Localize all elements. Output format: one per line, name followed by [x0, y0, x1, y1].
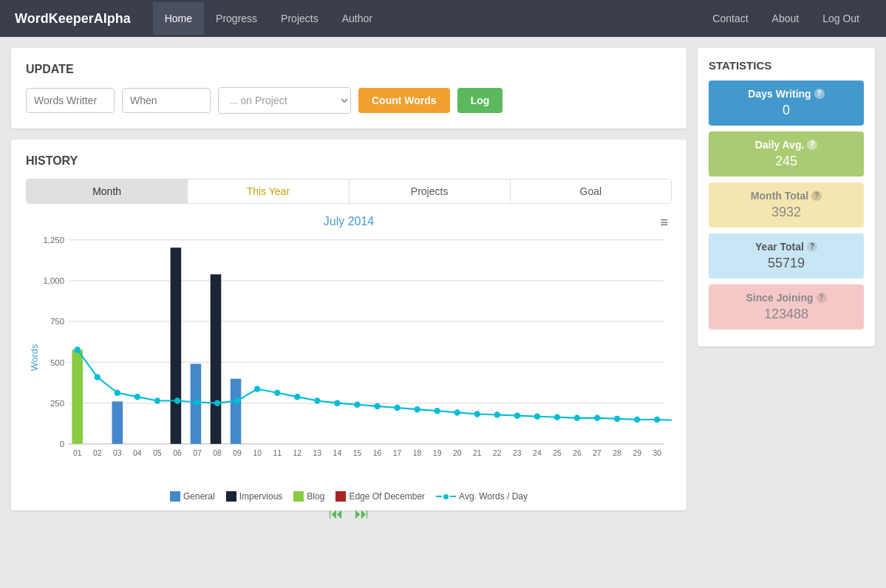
svg-text:21: 21 [473, 448, 482, 457]
svg-text:06: 06 [173, 448, 182, 457]
nav-projects[interactable]: Projects [269, 2, 330, 35]
main-content: UPDATE ... on Project Count Words Log HI… [0, 37, 886, 522]
svg-text:750: 750 [50, 317, 64, 326]
legend-avg: Avg. Words / Day [436, 491, 528, 502]
chart-menu-icon[interactable]: ≡ [660, 215, 668, 230]
history-tabs: Month This Year Projects Goal [26, 179, 672, 204]
stat-daily-value: 245 [720, 154, 853, 169]
statistics-panel: STATISTICS Days Writing ? 0 Daily Avg. ?… [698, 48, 875, 346]
statistics-title: STATISTICS [709, 59, 864, 72]
chart-next-button[interactable]: ⏭ [355, 505, 369, 522]
avg-dot-26 [574, 415, 580, 422]
tab-goal[interactable]: Goal [511, 180, 671, 203]
navbar: WordKeeperAlpha Home Progress Projects A… [0, 0, 886, 37]
update-panel: UPDATE ... on Project Count Words Log [11, 48, 686, 129]
year-total-help[interactable]: ? [807, 242, 817, 252]
svg-text:17: 17 [393, 448, 402, 457]
history-panel: HISTORY Month This Year Projects Goal Ju… [11, 140, 686, 510]
avg-dot-22 [494, 411, 500, 418]
bar-12-general [231, 379, 242, 444]
log-button[interactable]: Log [457, 88, 503, 113]
stat-days-value: 0 [720, 103, 853, 118]
avg-dot-10 [254, 386, 260, 392]
legend-impervious-color [226, 491, 236, 502]
avg-dot-12 [294, 394, 300, 400]
legend-general: General [170, 491, 215, 502]
stat-days-label: Days Writing ? [720, 88, 853, 100]
svg-text:24: 24 [533, 448, 542, 457]
svg-text:05: 05 [153, 448, 162, 457]
count-words-button[interactable]: Count Words [358, 88, 450, 113]
avg-dot-23 [514, 412, 520, 419]
avg-dot-15 [354, 402, 360, 408]
avg-dot-14 [334, 400, 340, 406]
nav-right: Contact About Log Out [701, 2, 871, 35]
legend-edge-label: Edge Of December [349, 491, 425, 502]
avg-dot-24 [534, 413, 540, 420]
stat-month-total: Month Total ? 3932 [709, 182, 864, 228]
svg-text:07: 07 [193, 448, 202, 457]
nav-about[interactable]: About [760, 2, 811, 35]
avg-dot-17 [394, 405, 400, 411]
stat-joining-label: Since Joining ? [720, 292, 853, 304]
legend-blog-label: Blog [307, 491, 324, 502]
svg-text:0: 0 [60, 440, 64, 448]
stat-daily-label: Daily Avg. ? [720, 139, 853, 151]
avg-dot-07 [194, 399, 200, 406]
legend-blog: Blog [293, 491, 324, 502]
nav-contact[interactable]: Contact [701, 2, 760, 35]
update-title: UPDATE [26, 63, 672, 76]
avg-dot-05 [154, 397, 160, 404]
avg-dot-16 [374, 403, 380, 410]
legend-avg-icon [436, 494, 456, 499]
svg-text:10: 10 [253, 448, 262, 457]
avg-dot-08 [214, 400, 220, 406]
tab-this-year[interactable]: This Year [188, 180, 349, 203]
nav-author[interactable]: Author [330, 2, 384, 35]
legend-avg-label: Avg. Words / Day [459, 491, 528, 502]
tab-projects[interactable]: Projects [350, 180, 511, 203]
nav-links: Home Progress Projects Author [153, 2, 384, 35]
svg-text:250: 250 [50, 399, 64, 408]
stat-days-writing: Days Writing ? 0 [709, 81, 864, 126]
legend-general-label: General [183, 491, 215, 502]
project-select[interactable]: ... on Project [218, 87, 351, 114]
avg-dot-02 [95, 374, 100, 380]
bar-09-impervious [171, 247, 182, 444]
avg-dot-25 [554, 414, 560, 421]
avg-dot-18 [414, 406, 420, 413]
svg-text:500: 500 [50, 358, 64, 367]
svg-text:01: 01 [73, 448, 82, 457]
svg-text:25: 25 [553, 448, 562, 457]
tab-month[interactable]: Month [27, 180, 188, 203]
chart-prev-button[interactable]: ⏮ [329, 505, 344, 522]
nav-home[interactable]: Home [153, 2, 204, 35]
avg-dot-11 [274, 390, 280, 397]
nav-logout[interactable]: Log Out [811, 2, 871, 35]
when-input[interactable] [122, 88, 211, 113]
nav-progress[interactable]: Progress [204, 2, 269, 35]
since-joining-help[interactable]: ? [817, 293, 827, 303]
days-writing-help[interactable]: ? [814, 89, 825, 99]
daily-avg-help[interactable]: ? [807, 140, 817, 150]
svg-text:12: 12 [293, 448, 302, 457]
svg-text:Words: Words [30, 344, 40, 372]
stat-month-value: 3932 [720, 205, 853, 220]
left-column: UPDATE ... on Project Count Words Log HI… [11, 48, 686, 510]
avg-dot-03 [115, 390, 120, 397]
chart-container: July 2014 ≡ 0 250 500 750 1,000 1 [26, 215, 672, 496]
svg-text:30: 30 [652, 448, 661, 457]
chart-title: July 2014 [26, 215, 672, 228]
avg-dot-01 [75, 346, 81, 353]
avg-dot-28 [614, 416, 620, 423]
stat-year-value: 55719 [720, 256, 853, 271]
words-input[interactable] [26, 88, 115, 113]
month-total-help[interactable]: ? [811, 191, 822, 201]
legend-blog-color [293, 491, 304, 502]
svg-text:26: 26 [573, 448, 582, 457]
avg-dot-20 [454, 409, 460, 416]
legend-edge-color [335, 491, 346, 502]
avg-dot-27 [594, 415, 600, 422]
avg-dot-19 [434, 408, 440, 414]
stat-since-joining: Since Joining ? 123488 [709, 284, 864, 329]
